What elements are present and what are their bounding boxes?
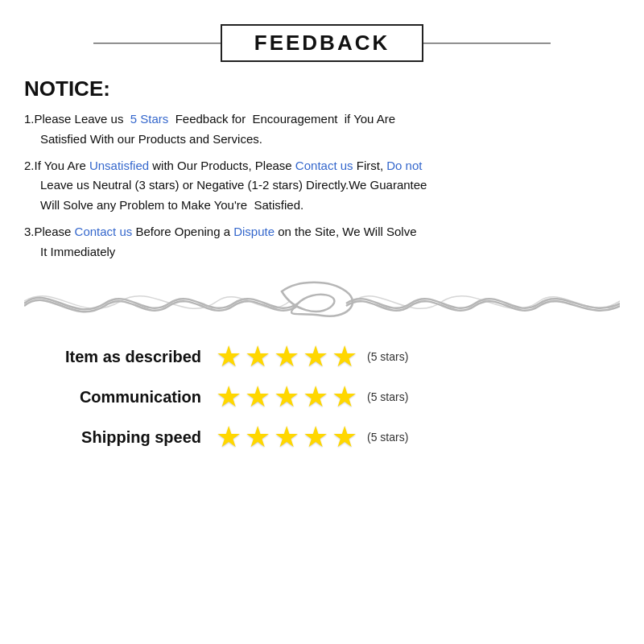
stars-highlight: 5 Stars <box>130 112 169 126</box>
stars-shipping: ★ ★ ★ ★ ★ (5 stars) <box>216 423 408 452</box>
do-not-highlight: Do not <box>386 159 422 172</box>
star-count-item-described: (5 stars) <box>367 350 408 363</box>
star-5: ★ <box>332 382 357 411</box>
star-1: ★ <box>216 342 242 371</box>
divider-svg <box>24 275 620 332</box>
dispute-highlight: Dispute <box>233 225 275 238</box>
rating-row-item-described: Item as described ★ ★ ★ ★ ★ (5 stars) <box>24 342 620 371</box>
rating-label-communication: Communication <box>24 388 201 407</box>
notice-item-3: 3.Please Contact us Before Opening a Dis… <box>24 222 620 262</box>
rating-label-item-described: Item as described <box>24 348 201 366</box>
contact-us-highlight-2: Contact us <box>75 225 133 238</box>
contact-us-highlight-1: Contact us <box>295 159 353 172</box>
feedback-header: FEEDBACK <box>24 24 620 62</box>
notice-item-3-text: 3.Please Contact us Before Opening a Dis… <box>24 225 417 238</box>
notice-item-2-line2: Leave us Neutral (3 stars) or Negative (… <box>24 175 620 196</box>
notice-item-2: 2.If You Are Unsatisfied with Our Produc… <box>24 156 620 216</box>
ratings-section: Item as described ★ ★ ★ ★ ★ (5 stars) Co… <box>24 342 620 452</box>
rating-row-shipping: Shipping speed ★ ★ ★ ★ ★ (5 stars) <box>24 423 620 452</box>
star-5: ★ <box>332 423 357 452</box>
notice-label: NOTICE: <box>24 76 620 101</box>
rating-row-communication: Communication ★ ★ ★ ★ ★ (5 stars) <box>24 382 620 411</box>
page: FEEDBACK NOTICE: 1.Please Leave us 5 Sta… <box>0 0 644 644</box>
notice-item-1-text: 1.Please Leave us 5 Stars Feedback for E… <box>24 112 395 126</box>
stars-communication: ★ ★ ★ ★ ★ (5 stars) <box>216 382 408 411</box>
star-count-communication: (5 stars) <box>367 390 408 403</box>
star-5: ★ <box>332 342 357 371</box>
star-2: ★ <box>245 342 270 371</box>
feedback-title: FEEDBACK <box>254 31 390 55</box>
notice-item-2-text: 2.If You Are Unsatisfied with Our Produc… <box>24 159 422 172</box>
star-3: ★ <box>274 423 299 452</box>
star-2: ★ <box>245 423 270 452</box>
star-4: ★ <box>303 342 328 371</box>
star-4: ★ <box>303 423 328 452</box>
feedback-title-box: FEEDBACK <box>221 24 423 62</box>
unsatisfied-highlight: Unsatisfied <box>89 159 149 172</box>
decorative-divider <box>24 271 620 336</box>
star-2: ★ <box>245 382 270 411</box>
rating-label-shipping: Shipping speed <box>24 428 201 447</box>
star-3: ★ <box>274 382 299 411</box>
notice-item-3-line2: It Immediately <box>24 242 620 262</box>
notice-item-2-line3: Will Solve any Problem to Make You're Sa… <box>24 196 620 216</box>
notice-section: NOTICE: 1.Please Leave us 5 Stars Feedba… <box>24 76 620 262</box>
notice-item-1-line2: Satisfied With our Products and Services… <box>24 130 620 150</box>
notice-item-1: 1.Please Leave us 5 Stars Feedback for E… <box>24 109 620 150</box>
star-count-shipping: (5 stars) <box>367 431 408 444</box>
star-1: ★ <box>216 423 242 452</box>
star-3: ★ <box>274 342 299 371</box>
stars-item-described: ★ ★ ★ ★ ★ (5 stars) <box>216 342 408 371</box>
star-4: ★ <box>303 382 328 411</box>
star-1: ★ <box>216 382 242 411</box>
